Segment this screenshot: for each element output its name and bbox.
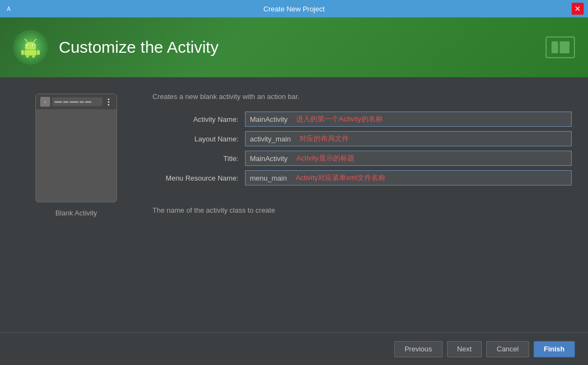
phone-preview: ‹ (35, 94, 117, 202)
finish-button[interactable]: Finish (534, 341, 575, 357)
title-bar-left: A (4, 4, 13, 13)
more-dot (108, 104, 109, 106)
preview-label: Blank Activity (56, 209, 97, 217)
form-row-activity-name: Activity Name: MainActivity 进入的第一个Activi… (152, 112, 572, 127)
title-hint: Activity显示的标题 (292, 153, 571, 163)
main-content: ‹ (0, 77, 588, 365)
layout-name-hint: 对应的布局文件 (295, 134, 571, 144)
svg-line-3 (34, 39, 36, 42)
header-title: Customize the Activity (59, 38, 218, 57)
menu-resource-value: menu_main (246, 174, 291, 182)
device-preview-icon (546, 36, 575, 58)
activity-name-label: Activity Name: (152, 115, 245, 123)
wave-dot (63, 101, 69, 103)
title-bar: A Create New Project ✕ (0, 0, 588, 17)
form-area: Creates a new blank activity with an act… (152, 88, 572, 327)
android-logo (13, 30, 48, 65)
title-input[interactable]: MainActivity Activity显示的标题 (245, 151, 572, 166)
svg-line-2 (25, 39, 27, 42)
svg-rect-11 (26, 55, 29, 58)
wave-dot (79, 101, 84, 103)
title-label: Title: (152, 154, 245, 163)
android-robot-icon (20, 36, 41, 58)
window-title: Create New Project (264, 5, 325, 13)
wave-dot (70, 101, 78, 103)
svg-rect-9 (21, 50, 24, 55)
phone-more-button (105, 98, 112, 106)
content-body: ‹ (0, 77, 588, 332)
activity-name-value: MainActivity (246, 115, 292, 123)
close-button[interactable]: ✕ (572, 3, 584, 15)
layout-name-input[interactable]: activity_main 对应的布局文件 (245, 131, 572, 146)
svg-rect-12 (32, 55, 35, 58)
title-value: MainActivity (246, 154, 292, 163)
previous-button[interactable]: Previous (394, 341, 443, 357)
menu-resource-label: Menu Resource Name: (152, 174, 245, 182)
description-text: Creates a new blank activity with an act… (152, 92, 572, 101)
more-dot (108, 101, 109, 103)
svg-point-7 (33, 46, 34, 47)
cancel-button[interactable]: Cancel (486, 341, 529, 357)
more-dot (108, 98, 109, 100)
activity-name-input[interactable]: MainActivity 进入的第一个Activity的名称 (245, 112, 572, 127)
svg-rect-10 (37, 50, 40, 55)
layout-name-label: Layout Name: (152, 135, 245, 143)
tablet-icon (560, 41, 569, 53)
menu-resource-hint: Activity对应菜单xml文件名称 (291, 173, 571, 183)
menu-resource-input[interactable]: menu_main Activity对应菜单xml文件名称 (245, 170, 572, 185)
form-table: Activity Name: MainActivity 进入的第一个Activi… (152, 112, 572, 190)
footer-bar: Previous Next Cancel Finish (0, 332, 588, 365)
svg-rect-8 (24, 50, 36, 55)
wave-dot (85, 101, 91, 103)
phone-status-bar: ‹ (36, 94, 117, 109)
form-row-layout-name: Layout Name: activity_main 对应的布局文件 (152, 131, 572, 146)
activity-name-hint: 进入的第一个Activity的名称 (292, 114, 571, 124)
next-button[interactable]: Next (447, 341, 482, 357)
wave-dot (54, 101, 62, 103)
layout-name-value: activity_main (246, 135, 295, 143)
phone-app-bar (52, 97, 102, 106)
status-text: The name of the activity class to create (152, 206, 572, 214)
app-icon: A (4, 4, 13, 13)
phone-back-button: ‹ (40, 97, 50, 107)
header-banner: Customize the Activity (0, 17, 588, 77)
preview-panel: ‹ (16, 88, 136, 327)
form-row-title: Title: MainActivity Activity显示的标题 (152, 151, 572, 166)
form-row-menu-resource: Menu Resource Name: menu_main Activity对应… (152, 170, 572, 185)
svg-point-6 (28, 46, 29, 47)
phone-icon (552, 41, 558, 53)
wave-decoration (54, 101, 91, 103)
svg-text:A: A (7, 6, 11, 12)
